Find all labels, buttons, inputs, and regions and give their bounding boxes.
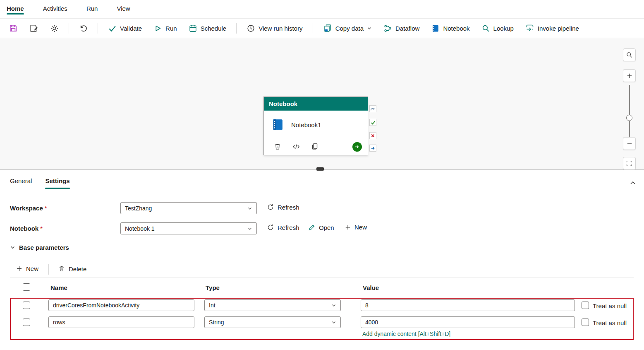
- delete-activity-button[interactable]: [273, 142, 282, 151]
- run-button[interactable]: Run: [149, 22, 182, 35]
- open-notebook-button[interactable]: Open: [306, 223, 336, 232]
- dataflow-label: Dataflow: [395, 25, 419, 32]
- on-success-connector[interactable]: [369, 119, 376, 126]
- validate-check-icon: [108, 24, 117, 33]
- save-as-icon: [29, 24, 38, 33]
- workspace-dropdown[interactable]: TestZhang: [120, 202, 257, 214]
- chevron-down-icon: [331, 303, 336, 308]
- toolbar-separator: [313, 23, 313, 34]
- tab-general[interactable]: General: [10, 177, 32, 189]
- delete-parameter-label: Delete: [69, 266, 86, 273]
- pipeline-settings-button[interactable]: [45, 22, 63, 35]
- panel-resize-handle[interactable]: [316, 167, 324, 171]
- param-value-input[interactable]: [361, 299, 575, 311]
- chevron-down-icon: [331, 320, 336, 325]
- param-name-input[interactable]: [48, 299, 194, 311]
- toolbar-separator: [98, 23, 98, 34]
- pencil-icon: [308, 224, 316, 231]
- toolbar-separator: [69, 23, 69, 34]
- clone-activity-button[interactable]: [310, 142, 319, 151]
- open-notebook-label: Open: [319, 224, 334, 231]
- history-clock-icon: [247, 24, 255, 33]
- tab-settings[interactable]: Settings: [45, 177, 69, 189]
- treat-as-null-checkbox[interactable]: [582, 319, 589, 326]
- zoom-in-button[interactable]: [623, 69, 636, 82]
- row-checkbox[interactable]: [23, 302, 30, 309]
- zoom-to-fit-button[interactable]: [623, 157, 636, 170]
- param-name-input[interactable]: [48, 316, 194, 328]
- notebook-label: Notebook: [443, 25, 469, 32]
- gear-icon: [50, 24, 59, 33]
- invoke-pipeline-label: Invoke pipeline: [538, 25, 579, 32]
- undo-button[interactable]: [74, 22, 92, 35]
- collapse-panel-button[interactable]: [629, 179, 637, 188]
- plus-icon: [345, 224, 351, 231]
- workspace-dropdown-value: TestZhang: [125, 205, 152, 212]
- menu-item-activities[interactable]: Activities: [43, 0, 67, 17]
- param-type-dropdown[interactable]: Int: [204, 299, 341, 311]
- dataflow-button[interactable]: Dataflow: [379, 22, 424, 35]
- chevron-down-icon: [247, 226, 252, 231]
- dataflow-branch-icon: [383, 24, 392, 33]
- column-header-type: Type: [206, 284, 220, 291]
- lookup-button[interactable]: Lookup: [477, 22, 518, 35]
- calendar-icon: [189, 24, 197, 33]
- notebook-refresh-label: Refresh: [278, 224, 299, 231]
- menubar: Home Activities Run View: [0, 0, 644, 17]
- menu-item-view[interactable]: View: [117, 0, 130, 17]
- param-type-dropdown[interactable]: String: [204, 316, 341, 328]
- base-parameters-toggle[interactable]: Base parameters: [10, 244, 69, 251]
- menu-item-home[interactable]: Home: [7, 0, 24, 17]
- row-checkbox[interactable]: [23, 319, 30, 326]
- column-header-name: Name: [50, 284, 67, 291]
- save-as-button[interactable]: [25, 21, 43, 35]
- zoom-slider-knob[interactable]: [626, 115, 632, 121]
- trash-icon: [58, 265, 65, 273]
- divider: [10, 277, 634, 278]
- base-parameters-label: Base parameters: [19, 244, 69, 251]
- notebook-dropdown[interactable]: Notebook 1: [120, 222, 257, 234]
- on-completion-connector[interactable]: [369, 145, 376, 152]
- workspace-label-text: Workspace: [10, 205, 43, 212]
- canvas-search-button[interactable]: [623, 48, 636, 61]
- view-run-history-label: View run history: [259, 25, 302, 32]
- workspace-refresh-label: Refresh: [278, 204, 299, 211]
- activity-name: Notebook1: [291, 121, 321, 128]
- workspace-label: Workspace*: [10, 205, 47, 212]
- param-value-input[interactable]: [361, 316, 575, 328]
- pipeline-canvas[interactable]: Notebook Notebook1: [0, 38, 644, 170]
- code-view-button[interactable]: [292, 142, 301, 151]
- on-skip-connector[interactable]: [369, 105, 376, 112]
- activity-card-body: Notebook1: [264, 111, 368, 155]
- select-all-checkbox[interactable]: [23, 283, 30, 291]
- notebook-refresh-button[interactable]: Refresh: [265, 223, 301, 232]
- plus-icon: [16, 265, 23, 272]
- toolbar-separator: [236, 23, 237, 34]
- zoom-slider-track[interactable]: [629, 85, 630, 137]
- add-dynamic-content-link[interactable]: Add dynamic content [Alt+Shift+D]: [362, 331, 450, 337]
- schedule-button[interactable]: Schedule: [184, 22, 231, 35]
- view-run-history-button[interactable]: View run history: [242, 22, 307, 35]
- new-notebook-button[interactable]: New: [343, 223, 369, 232]
- zoom-out-button[interactable]: [623, 137, 636, 150]
- save-button[interactable]: [4, 21, 22, 35]
- properties-panel: General Settings Workspace* TestZhang Re…: [0, 170, 644, 350]
- treat-as-null-checkbox[interactable]: [582, 302, 589, 309]
- add-connection-button[interactable]: [352, 142, 362, 152]
- validate-button[interactable]: Validate: [103, 22, 146, 35]
- copy-data-button[interactable]: Copy data: [318, 21, 376, 35]
- copy-data-icon: [323, 24, 332, 33]
- on-failure-connector[interactable]: [369, 132, 376, 139]
- invoke-pipeline-button[interactable]: Invoke pipeline: [521, 21, 584, 35]
- chevron-down-icon: [10, 245, 15, 250]
- notebook-activity-button[interactable]: Notebook: [426, 22, 474, 35]
- delete-parameter-button[interactable]: Delete: [56, 264, 88, 273]
- undo-icon: [79, 24, 88, 33]
- lookup-magnifier-icon: [481, 24, 490, 33]
- new-parameter-button[interactable]: New: [14, 264, 40, 273]
- activity-card-notebook[interactable]: Notebook Notebook1: [263, 97, 368, 155]
- menu-item-run[interactable]: Run: [86, 0, 98, 17]
- panel-tabs: General Settings: [10, 177, 70, 189]
- refresh-icon: [267, 203, 274, 211]
- workspace-refresh-button[interactable]: Refresh: [265, 203, 301, 212]
